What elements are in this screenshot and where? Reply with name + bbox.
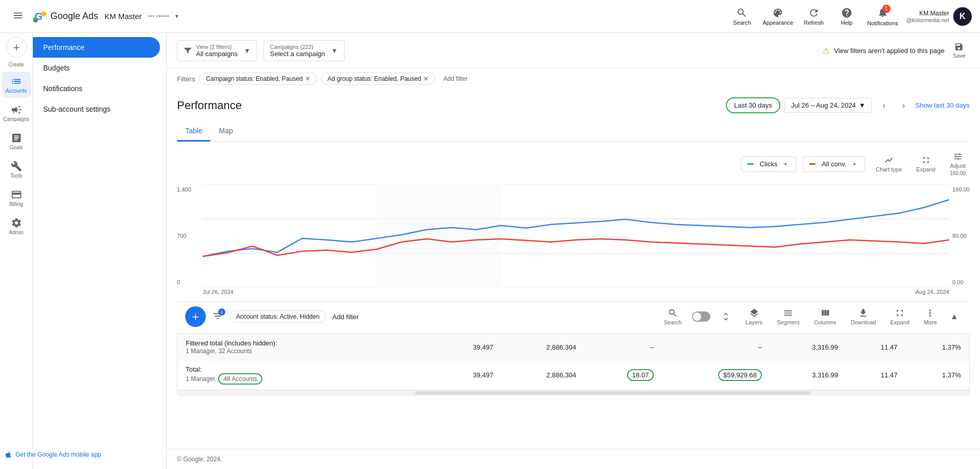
sidebar-item-admin[interactable]: Admin: [2, 213, 31, 239]
toggle-switch[interactable]: [692, 311, 710, 322]
total-col2: 2,886,304: [502, 360, 584, 390]
filter-warning-text: View filters aren't applied to this page: [834, 47, 945, 55]
create-button[interactable]: ＋: [6, 37, 27, 58]
chart-container: 1,400 700 0 160.00 80.00 0.00: [177, 184, 970, 295]
table-layers-button[interactable]: Layers: [741, 306, 767, 327]
campaign-filter-arrow-icon: ▼: [331, 47, 338, 55]
sidebar-item-campaigns[interactable]: Campaigns: [2, 100, 31, 126]
allconv-metric-dropdown[interactable]: All conv.: [803, 157, 865, 172]
table-more-button[interactable]: More: [920, 306, 941, 327]
campaign-filter-value: Select a campaign: [270, 50, 325, 58]
main-layout: ＋ Create Accounts Campaigns Goals Tools …: [0, 33, 980, 469]
table-download-button[interactable]: Download: [847, 306, 880, 327]
table-columns-button[interactable]: Columns: [810, 306, 840, 327]
date-preset-button[interactable]: Last 30 days: [726, 97, 780, 113]
table-add-filter-link[interactable]: Add filter: [332, 313, 359, 321]
subnav-notifications[interactable]: Notifications: [33, 78, 160, 99]
save-button[interactable]: Save: [949, 39, 970, 62]
tab-map[interactable]: Map: [210, 121, 241, 142]
add-filter-button[interactable]: Add filter: [439, 73, 472, 84]
table-expand-button[interactable]: Expand: [886, 306, 914, 327]
view-filter-arrow-icon: ▼: [244, 47, 251, 55]
campaign-filter-dropdown[interactable]: Campaigns (222) Select a campaign ▼: [263, 40, 345, 61]
date-controls: Last 30 days Jul 26 – Aug 24, 2024 ▼ ‹ ›…: [726, 97, 970, 113]
help-nav-item[interactable]: Help: [834, 7, 859, 26]
notifications-nav-item[interactable]: 1 Notifications: [867, 7, 898, 26]
warning-icon: ⚠: [823, 46, 830, 56]
chart-adjust-button[interactable]: Adjust 160.00: [946, 150, 970, 178]
date-range-dropdown[interactable]: Jul 26 – Aug 24, 2024 ▼: [785, 98, 872, 113]
filtered-total-col3: –: [584, 334, 662, 360]
sidebar-item-accounts[interactable]: Accounts: [2, 72, 31, 98]
filtered-total-col5: 3,316.99: [770, 334, 846, 360]
performance-header: Performance Last 30 days Jul 26 – Aug 24…: [177, 97, 970, 113]
table-row: Filtered total (includes hidden): 1 Mana…: [177, 334, 969, 360]
clicks-metric-dropdown[interactable]: Clicks: [741, 157, 797, 172]
svg-point-2: [41, 11, 46, 16]
total-label: Total: 1 Manager, 48 Accounts: [186, 366, 427, 385]
sidebar-item-tools[interactable]: Tools: [2, 157, 31, 183]
account-status-chip[interactable]: Account status: Active, Hidden: [229, 310, 326, 323]
total-col3-highlighted: 18.07: [627, 369, 654, 381]
sidebar-item-billing[interactable]: Billing: [2, 185, 31, 211]
search-nav-label: Search: [733, 20, 751, 26]
add-fab-button[interactable]: ＋: [185, 306, 206, 327]
mobile-app-link[interactable]: Get the Google Ads mobile app: [33, 450, 101, 459]
allconv-metric-label: All conv.: [822, 160, 846, 168]
x-label-end: Aug 24, 2024: [916, 289, 949, 295]
chart-expand-button[interactable]: Expand: [912, 153, 939, 175]
horizontal-scrollbar[interactable]: [177, 390, 969, 395]
sidebar-accounts-label: Accounts: [6, 88, 27, 94]
chart-controls: Clicks All conv. Chart type Expand: [177, 150, 970, 178]
show-last-30-button[interactable]: Show last 30 days: [915, 101, 970, 109]
user-avatar[interactable]: K: [953, 7, 972, 26]
date-next-arrow[interactable]: ›: [896, 98, 911, 113]
filter-icon-button[interactable]: 1: [212, 310, 223, 323]
table-segment-button[interactable]: Segment: [773, 306, 804, 327]
user-menu[interactable]: KM Master @kolormedia.net K: [906, 7, 972, 26]
appearance-nav-label: Appearance: [762, 20, 793, 26]
date-prev-arrow[interactable]: ‹: [876, 98, 892, 113]
appearance-nav-item[interactable]: Appearance: [762, 7, 793, 26]
filtered-total-col7: 1.37%: [906, 334, 969, 360]
performance-section: Performance Last 30 days Jul 26 – Aug 24…: [167, 89, 980, 449]
chip-close-icon[interactable]: ✕: [423, 75, 429, 82]
mobile-app-text: Get the Google Ads mobile app: [33, 451, 101, 458]
total-col5: 3,316.99: [770, 360, 846, 390]
scrollbar-thumb: [415, 391, 811, 394]
filtered-total-col2: 2,886,304: [502, 334, 584, 360]
left-sidebar: ＋ Create Accounts Campaigns Goals Tools …: [0, 33, 33, 469]
table-search-button[interactable]: Search: [660, 306, 686, 327]
tab-table[interactable]: Table: [177, 121, 210, 142]
collapse-table-button[interactable]: ▲: [947, 309, 961, 324]
sidebar-tools-label: Tools: [10, 173, 22, 179]
total-col7: 1.37%: [906, 360, 969, 390]
view-filter-dropdown[interactable]: View (2 filters) All campaigns ▼: [177, 40, 257, 61]
total-col4-highlighted: $59,929.68: [718, 369, 762, 381]
filter-chip-adgroup-status[interactable]: Ad group status: Enabled, Paused ✕: [321, 73, 435, 85]
filtered-total-label: Filtered total (includes hidden): 1 Mana…: [186, 339, 427, 355]
y-label-right-160: 160.00: [952, 186, 970, 193]
notifications-nav-label: Notifications: [867, 20, 898, 26]
google-ads-logo: G Google Ads: [32, 9, 98, 24]
y-label-0: 0: [177, 279, 191, 285]
table-row-total: Total: 1 Manager, 48 Accounts 39,497 2,8…: [177, 360, 969, 390]
content-header: View (2 filters) All campaigns ▼ Campaig…: [167, 33, 980, 68]
account-dropdown-arrow[interactable]: ▼: [174, 13, 180, 19]
filter-chip-campaign-status[interactable]: Campaign status: Enabled, Paused ✕: [199, 73, 316, 85]
sidebar-item-goals[interactable]: Goals: [2, 128, 31, 154]
subnav-budgets[interactable]: Budgets: [33, 58, 160, 78]
subnav-performance[interactable]: Performance: [33, 37, 160, 58]
filtered-total-col4: –: [662, 334, 770, 360]
subnav-sub-account-settings[interactable]: Sub-account settings: [33, 99, 160, 119]
chart-adjust-label: Adjust: [950, 163, 966, 169]
y-axis-right-labels: 160.00 80.00 0.00: [952, 184, 970, 287]
sort-toggle-button[interactable]: [717, 309, 735, 324]
chart-type-button[interactable]: Chart type: [871, 153, 906, 175]
chip-close-icon[interactable]: ✕: [305, 75, 310, 82]
hamburger-menu-icon[interactable]: [8, 6, 28, 27]
filtered-total-col1: 39,497: [435, 334, 502, 360]
search-nav-item[interactable]: Search: [729, 7, 754, 26]
create-section: ＋ Create: [6, 37, 27, 67]
refresh-nav-item[interactable]: Refresh: [801, 7, 826, 26]
